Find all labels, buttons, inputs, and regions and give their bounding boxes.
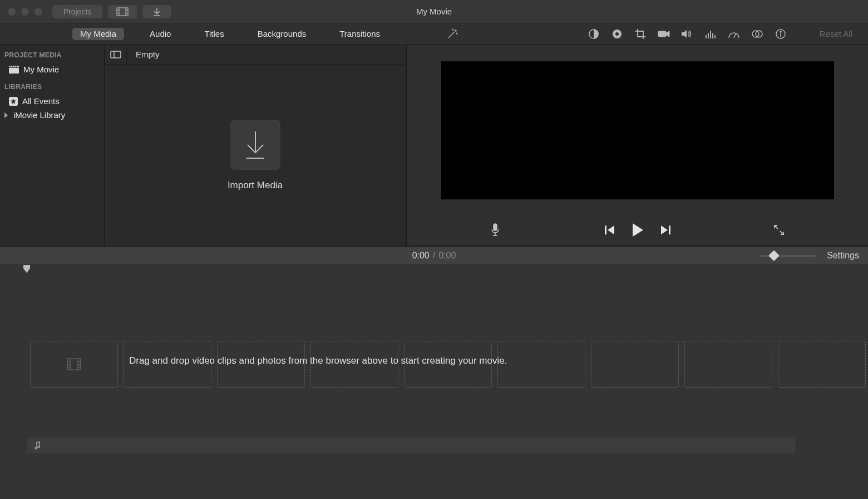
tab-transitions[interactable]: Transitions	[332, 28, 388, 40]
svg-point-25	[452, 29, 453, 30]
overlay-circles-icon	[751, 29, 763, 39]
import-media-button[interactable]	[230, 120, 280, 170]
svg-marker-31	[666, 31, 669, 37]
svg-rect-30	[658, 31, 666, 37]
skip-back-icon	[604, 225, 615, 235]
media-library-button[interactable]: ♪	[108, 5, 137, 18]
total-time: 0:00	[438, 251, 456, 261]
window-controls	[8, 8, 42, 16]
toggle-sidebar-button[interactable]	[105, 45, 127, 65]
filmstrip-icon: ♪	[116, 7, 129, 16]
browser-tabs: My Media Audio Titles Backgrounds Transi…	[0, 23, 406, 45]
fullscreen-button[interactable]	[773, 224, 785, 238]
enhance-button[interactable]	[446, 27, 459, 41]
color-balance-icon	[588, 28, 599, 40]
viewer-pane: Reset All	[406, 45, 868, 246]
background-music-well[interactable]	[27, 438, 796, 453]
svg-rect-0	[117, 8, 128, 16]
download-icon	[152, 7, 161, 16]
clip-info-button[interactable]	[774, 27, 787, 41]
svg-point-26	[456, 33, 457, 34]
tab-my-media[interactable]: My Media	[72, 28, 124, 40]
clip-placeholder[interactable]	[778, 341, 866, 388]
media-browser: Empty Import Media	[105, 45, 406, 246]
volume-button[interactable]	[680, 27, 694, 41]
timeline-hint: Drag and drop video clips and photos fro…	[129, 355, 507, 366]
play-button[interactable]	[631, 223, 644, 239]
minimize-window-button[interactable]	[21, 8, 29, 16]
titlebar: Projects ♪ My Movie	[0, 0, 868, 23]
current-time: 0:00	[412, 251, 430, 261]
microphone-icon	[490, 223, 500, 237]
svg-point-24	[455, 30, 456, 31]
crop-icon	[635, 28, 646, 40]
sidebar-header-project-media: PROJECT MEDIA	[0, 51, 104, 62]
previous-frame-button[interactable]	[604, 225, 615, 237]
music-note-icon	[33, 441, 41, 450]
volume-icon	[681, 29, 693, 39]
sidebar-item-project[interactable]: My Movie	[0, 62, 104, 76]
filmstrip-icon	[67, 358, 81, 370]
speedometer-icon	[728, 29, 740, 39]
timeline-settings-button[interactable]: Settings	[827, 251, 859, 261]
svg-line-38	[734, 33, 736, 38]
star-icon	[9, 97, 18, 106]
projects-button[interactable]: Projects	[52, 5, 102, 18]
timeline[interactable]: Drag and drop video clips and photos fro…	[0, 265, 868, 499]
voiceover-record-button[interactable]	[490, 223, 500, 239]
svg-point-42	[780, 31, 781, 32]
color-balance-button[interactable]	[587, 27, 600, 41]
svg-rect-51	[669, 226, 670, 234]
svg-line-23	[448, 32, 455, 38]
next-frame-button[interactable]	[660, 225, 671, 237]
svg-rect-10	[9, 68, 19, 74]
svg-marker-48	[608, 226, 614, 234]
crop-button[interactable]	[634, 27, 647, 41]
browser-status: Empty	[127, 50, 160, 59]
clip-placeholder[interactable]	[497, 341, 585, 388]
import-button[interactable]	[142, 5, 171, 18]
color-correction-button[interactable]	[610, 27, 624, 41]
svg-marker-54	[23, 265, 30, 273]
svg-rect-19	[111, 51, 121, 58]
download-arrow-icon	[243, 130, 268, 159]
import-media-label: Import Media	[228, 180, 283, 191]
svg-point-29	[615, 32, 619, 36]
sidebar-icon	[110, 51, 121, 58]
speed-button[interactable]	[727, 27, 741, 41]
clip-placeholder[interactable]	[30, 341, 118, 388]
sidebar-item-label: My Movie	[23, 65, 59, 74]
noise-reduction-button[interactable]	[704, 27, 717, 41]
play-icon	[631, 223, 644, 237]
sidebar-item-library[interactable]: iMovie Library	[0, 108, 104, 122]
sidebar-item-label: All Events	[22, 96, 60, 106]
clip-placeholder[interactable]	[591, 341, 679, 388]
reset-all-button: Reset All	[820, 29, 852, 38]
sidebar-item-label: iMovie Library	[13, 110, 65, 120]
time-display-bar: 0:00 / 0:00 Settings	[0, 246, 868, 265]
svg-rect-47	[605, 226, 606, 234]
tab-audio[interactable]: Audio	[142, 28, 179, 40]
zoom-slider-thumb[interactable]	[768, 250, 780, 261]
svg-marker-32	[682, 30, 687, 38]
clip-placeholder[interactable]	[684, 341, 772, 388]
viewer-screen[interactable]	[441, 61, 834, 199]
info-icon	[775, 28, 786, 40]
close-window-button[interactable]	[8, 8, 16, 16]
svg-marker-49	[633, 223, 643, 237]
stabilization-button[interactable]	[657, 27, 670, 41]
clapperboard-icon	[9, 66, 19, 74]
equalizer-icon	[705, 30, 716, 38]
svg-rect-44	[494, 224, 497, 231]
expand-icon	[773, 224, 785, 236]
tab-backgrounds[interactable]: Backgrounds	[250, 28, 314, 40]
clip-filter-button[interactable]	[751, 27, 764, 41]
wand-icon	[446, 28, 458, 40]
skip-forward-icon	[660, 225, 671, 235]
svg-marker-50	[661, 226, 668, 234]
fullscreen-window-button[interactable]	[34, 8, 42, 16]
time-separator: /	[433, 251, 435, 261]
sidebar-item-all-events[interactable]: All Events	[0, 94, 104, 108]
timeline-zoom-slider[interactable]	[761, 255, 817, 257]
tab-titles[interactable]: Titles	[196, 28, 231, 40]
